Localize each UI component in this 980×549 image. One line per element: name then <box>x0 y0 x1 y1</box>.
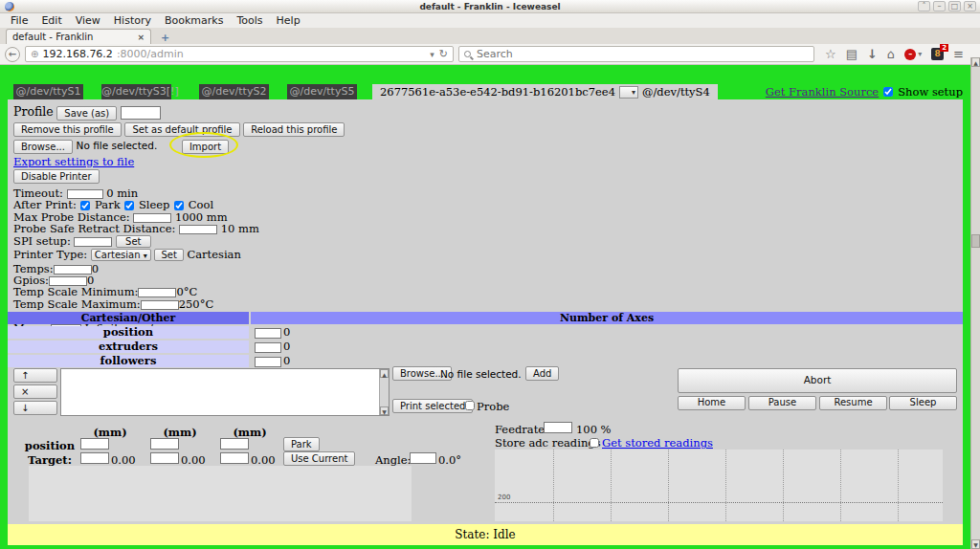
scrollbar-thumb[interactable] <box>971 234 980 248</box>
pause-button[interactable]: Pause <box>748 396 816 410</box>
printer-select-dropdown[interactable]: ▾ <box>619 86 638 99</box>
downloads-icon[interactable]: ↓ <box>867 47 878 61</box>
queue-move-down-button[interactable]: ↓ <box>13 401 57 415</box>
spi-input[interactable] <box>74 237 112 247</box>
back-button[interactable]: ← <box>5 47 20 62</box>
tab-close-icon[interactable]: × <box>137 33 145 42</box>
printer-tab-ttyS2[interactable]: @/dev/ttyS2 <box>199 84 269 99</box>
job-queue-listbox[interactable]: ▲ ▼ <box>60 368 390 416</box>
feedrate-label: Feedrate: <box>495 423 548 436</box>
noscript-icon[interactable]: 8 2 <box>931 48 944 60</box>
park-button[interactable]: Park <box>283 437 320 451</box>
close-window-button[interactable]: × <box>964 1 976 11</box>
listbox-scrollbar[interactable]: ▲ ▼ <box>379 369 389 415</box>
printer-view-canvas[interactable] <box>29 466 412 521</box>
search-input[interactable] <box>475 47 809 61</box>
scroll-up-icon[interactable]: ▲ <box>380 369 389 378</box>
reload-icon[interactable]: ↻ <box>439 48 448 60</box>
window-title: default - Franklin - Iceweasel <box>419 2 560 11</box>
iceweasel-logo-icon <box>5 2 14 11</box>
angle-input[interactable] <box>410 452 436 464</box>
followers-count-input[interactable] <box>255 357 281 367</box>
menu-help[interactable]: Help <box>270 14 307 27</box>
profile-name-input[interactable] <box>121 106 161 120</box>
spi-set-button[interactable]: Set <box>116 235 150 248</box>
printer-tab-ttyS1[interactable]: @/dev/ttyS1 <box>13 84 83 99</box>
url-bar[interactable]: ⊕ 192.168.76.2:8000/admin ▾ ↻ <box>25 46 454 62</box>
position-z-input[interactable] <box>220 438 249 450</box>
bookmark-star-icon[interactable]: ☆ <box>825 47 836 61</box>
printer-tab-ttyS3[interactable]: @/dev/ttyS3[!] <box>101 84 171 99</box>
feedrate-input[interactable] <box>544 422 572 433</box>
get-franklin-source-link[interactable]: Get Franklin Source <box>766 85 879 99</box>
bookmarks-sidebar-icon[interactable]: ▤ <box>846 47 858 61</box>
menu-edit[interactable]: Edit <box>34 14 68 27</box>
scrollbar-down-icon[interactable]: ▼ <box>971 539 980 549</box>
position-y-input[interactable] <box>150 438 179 450</box>
printer-type-select[interactable]: Cartesian ▾ <box>91 249 151 261</box>
menu-bookmarks[interactable]: Bookmarks <box>158 14 230 27</box>
queue-move-up-button[interactable]: ↑ <box>13 368 57 383</box>
home-icon[interactable]: ⌂ <box>887 47 895 61</box>
target-x-value: 0.00 <box>111 453 136 467</box>
scrollbar-up-icon[interactable]: ▲ <box>971 57 980 67</box>
maximize-window-button[interactable]: □ <box>948 1 961 11</box>
target-x-input[interactable] <box>80 452 109 464</box>
resume-button[interactable]: Resume <box>819 396 887 410</box>
adblock-dropdown-icon[interactable]: ▾ <box>918 50 922 58</box>
menu-tools[interactable]: Tools <box>230 14 269 27</box>
remove-profile-button[interactable]: Remove this profile <box>13 122 122 137</box>
print-selected-button[interactable]: Print selected <box>392 399 473 413</box>
scroll-down-icon[interactable]: ▼ <box>380 406 389 415</box>
probe-safe-input[interactable] <box>179 225 217 234</box>
import-button[interactable]: Import <box>182 140 229 154</box>
search-bar[interactable] <box>458 46 814 62</box>
get-stored-readings-link[interactable]: Get stored readings <box>602 436 713 450</box>
shade-window-button[interactable]: ˄ <box>918 1 930 11</box>
home-button[interactable]: Home <box>678 396 746 410</box>
browser-scrollbar[interactable]: ▲ ▼ <box>970 57 980 549</box>
browse-settings-button[interactable]: Browse... <box>13 140 73 154</box>
extruders-count-input[interactable] <box>255 342 281 353</box>
new-tab-button[interactable]: + <box>157 32 173 44</box>
abort-button[interactable]: Abort <box>678 368 957 393</box>
set-default-profile-button[interactable]: Set as default profile <box>124 122 239 137</box>
profile-buttons-row: Remove this profile Set as default profi… <box>13 122 963 138</box>
adblock-icon[interactable]: – <box>904 49 916 60</box>
save-as-button[interactable]: Save (as) <box>56 106 117 121</box>
gridline <box>898 450 899 521</box>
menu-file[interactable]: File <box>4 14 34 27</box>
temp-min-input[interactable] <box>138 288 176 297</box>
disable-printer-button[interactable]: Disable Printer <box>13 169 100 184</box>
printer-type-current: Cartesian <box>187 248 240 261</box>
menu-view[interactable]: View <box>69 14 107 27</box>
browser-tab[interactable]: default - Franklin × <box>6 29 151 44</box>
angle-label: Angle: <box>375 453 411 467</box>
gridline-200 <box>495 502 943 503</box>
probe-checkbox[interactable] <box>465 401 475 410</box>
reload-profile-button[interactable]: Reload this profile <box>243 122 345 137</box>
main-content: Profile Save (as) Remove this profile Se… <box>8 99 963 545</box>
position-count-input[interactable] <box>255 328 281 339</box>
menu-history[interactable]: History <box>107 14 158 27</box>
site-globe-icon: ⊕ <box>31 49 38 59</box>
sleep-button[interactable]: Sleep <box>889 396 957 410</box>
use-current-button[interactable]: Use Current <box>283 451 355 466</box>
printer-tab-active[interactable]: 2677561e-a53e-e542-bd91-b16201bc7ee4 ▾ @… <box>372 84 718 99</box>
position-x-input[interactable] <box>80 438 109 450</box>
printer-tab-ttyS5[interactable]: @/dev/ttyS5 <box>287 84 357 99</box>
gridline <box>783 450 784 521</box>
menu-hamburger-icon[interactable]: ≡ <box>953 47 964 61</box>
add-button[interactable]: Add <box>525 366 559 381</box>
probe-safe-row: Probe Safe Retract Distance: 10 mm <box>13 222 963 233</box>
show-setup-checkbox[interactable] <box>883 87 893 97</box>
export-settings-link[interactable]: Export settings to file <box>13 155 134 168</box>
axes-header-cartesian: Cartesian/Other <box>8 312 249 324</box>
urlbar-dropdown-icon[interactable]: ▾ <box>430 50 434 59</box>
target-y-input[interactable] <box>150 452 179 464</box>
queue-remove-button[interactable]: × <box>13 384 57 399</box>
printer-type-set-button[interactable]: Set <box>154 249 183 261</box>
minimize-window-button[interactable]: – <box>933 1 946 11</box>
store-adc-checkbox[interactable] <box>590 438 599 448</box>
target-z-input[interactable] <box>220 452 249 464</box>
